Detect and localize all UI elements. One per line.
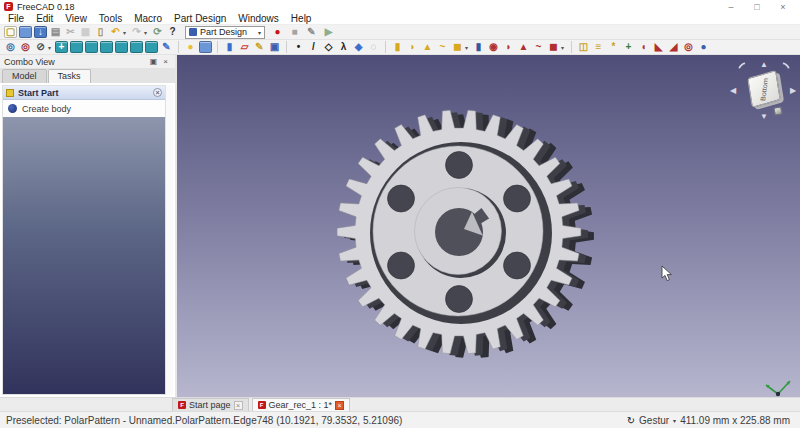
copy-icon[interactable]: ▦ bbox=[78, 26, 93, 39]
draw-style-icon[interactable]: ⊘ bbox=[33, 41, 48, 54]
view-front-icon[interactable] bbox=[70, 41, 83, 53]
create-sketch-icon[interactable]: ▱ bbox=[237, 41, 252, 54]
menu-tools[interactable]: Tools bbox=[93, 13, 128, 25]
subtractive-loft-icon[interactable]: ▲ bbox=[516, 41, 531, 54]
tab-model[interactable]: Model bbox=[2, 69, 47, 83]
groove-icon[interactable]: ◗ bbox=[501, 41, 516, 54]
redo-icon[interactable]: ↷ bbox=[129, 26, 144, 39]
create-part-icon[interactable]: ● bbox=[183, 41, 198, 54]
save-icon[interactable]: ↓ bbox=[34, 26, 47, 38]
view-bottom-icon[interactable] bbox=[130, 41, 143, 53]
toolbar-separator bbox=[385, 41, 386, 53]
3d-viewport[interactable]: ▲ ◀ ▶ ▼ Bottom bbox=[177, 55, 800, 397]
view-top-icon[interactable] bbox=[85, 41, 98, 53]
view-left-icon[interactable] bbox=[145, 41, 158, 53]
menu-part-design[interactable]: Part Design bbox=[168, 13, 232, 25]
edit-sketch-icon[interactable]: ✎ bbox=[252, 41, 267, 54]
menu-help[interactable]: Help bbox=[285, 13, 318, 25]
undo-icon[interactable]: ↶ bbox=[108, 26, 123, 39]
paste-icon[interactable]: ▯ bbox=[93, 26, 108, 39]
navigation-style-label[interactable]: Gestur bbox=[639, 415, 669, 426]
chamfer-icon[interactable]: ◣ bbox=[651, 41, 666, 54]
print-icon[interactable]: ▤ bbox=[48, 26, 63, 39]
document-tab-label: Gear_rec_1 : 1* bbox=[269, 400, 333, 410]
view-axonometric-icon[interactable]: + bbox=[55, 41, 68, 53]
pocket-icon[interactable]: ▮ bbox=[471, 41, 486, 54]
view-rear-icon[interactable] bbox=[115, 41, 128, 53]
macro-play-icon[interactable]: ▶ bbox=[321, 26, 336, 39]
fillet-icon[interactable]: ◖ bbox=[636, 41, 651, 54]
tab-tasks[interactable]: Tasks bbox=[48, 69, 91, 83]
document-tab-gear-rec-1-1-[interactable]: FGear_rec_1 : 1*× bbox=[252, 398, 351, 411]
nav-arrow-up-icon[interactable]: ▲ bbox=[760, 61, 768, 69]
create-group-icon[interactable] bbox=[199, 41, 212, 53]
additive-primitive-icon[interactable]: ◼ bbox=[450, 41, 465, 54]
thickness-icon[interactable]: ◎ bbox=[681, 41, 696, 54]
macro-edit-icon[interactable]: ✎ bbox=[304, 26, 319, 39]
pad-icon[interactable]: ▮ bbox=[390, 41, 405, 54]
datum-coordinate-system-icon[interactable]: λ bbox=[336, 41, 351, 54]
panel-scrollbar[interactable] bbox=[166, 85, 173, 395]
additive-loft-icon[interactable]: ▲ bbox=[420, 41, 435, 54]
subtractive-primitive-icon-dropdown[interactable]: ▾ bbox=[561, 44, 567, 51]
macro-record-icon[interactable]: ● bbox=[270, 26, 285, 39]
menu-edit[interactable]: Edit bbox=[30, 13, 59, 25]
close-button[interactable]: × bbox=[770, 2, 796, 12]
additive-pipe-icon[interactable]: ~ bbox=[435, 41, 450, 54]
menu-file[interactable]: File bbox=[2, 13, 30, 25]
hole-icon[interactable]: ◉ bbox=[486, 41, 501, 54]
title-bar: F FreeCAD 0.18 – □ × bbox=[0, 0, 800, 13]
nav-arrow-left-icon[interactable]: ◀ bbox=[730, 87, 736, 95]
close-task-icon[interactable]: × bbox=[153, 88, 162, 97]
nav-cube-face[interactable]: Bottom bbox=[747, 70, 781, 108]
nav-mini-cube-icon[interactable] bbox=[773, 106, 782, 115]
polar-pattern-icon[interactable]: * bbox=[606, 41, 621, 54]
datum-line-icon[interactable]: / bbox=[306, 41, 321, 54]
gear-model[interactable] bbox=[177, 55, 798, 397]
nav-rotate-ccw-icon[interactable] bbox=[736, 60, 752, 75]
revolution-icon[interactable]: ◗ bbox=[405, 41, 420, 54]
subtractive-pipe-icon[interactable]: ~ bbox=[531, 41, 546, 54]
task-section-start-part[interactable]: Start Part × bbox=[3, 86, 165, 100]
map-sketch-icon[interactable]: ▣ bbox=[267, 41, 282, 54]
task-item-create-body[interactable]: Create body bbox=[3, 100, 165, 117]
measure-distance-icon[interactable]: ✎ bbox=[159, 41, 174, 54]
mirrored-icon[interactable]: ◫ bbox=[576, 41, 591, 54]
minimize-button[interactable]: – bbox=[718, 2, 744, 12]
datum-point-icon[interactable]: • bbox=[291, 41, 306, 54]
shape-binder-icon[interactable]: ◈ bbox=[351, 41, 366, 54]
chevron-down-icon[interactable]: ▾ bbox=[673, 417, 676, 424]
multitransform-icon[interactable]: + bbox=[621, 41, 636, 54]
view-right-icon[interactable] bbox=[100, 41, 113, 53]
document-tab-start-page[interactable]: FStart page× bbox=[172, 398, 249, 411]
close-panel-icon[interactable]: × bbox=[160, 57, 171, 66]
menu-windows[interactable]: Windows bbox=[232, 13, 285, 25]
whats-this-icon[interactable]: ? bbox=[165, 26, 180, 39]
subtractive-primitive-icon[interactable]: ◼ bbox=[546, 41, 561, 54]
close-tab-icon[interactable]: × bbox=[335, 401, 344, 410]
float-panel-icon[interactable]: ▣ bbox=[147, 57, 161, 66]
draft-icon[interactable]: ◢ bbox=[666, 41, 681, 54]
menu-macro[interactable]: Macro bbox=[128, 13, 168, 25]
navigation-cube[interactable]: ▲ ◀ ▶ ▼ Bottom bbox=[730, 61, 800, 123]
new-file-icon[interactable]: ▢ bbox=[4, 26, 17, 38]
macro-stop-icon[interactable]: ■ bbox=[287, 26, 302, 39]
maximize-button[interactable]: □ bbox=[744, 2, 770, 12]
nav-arrow-down-icon[interactable]: ▼ bbox=[760, 113, 768, 121]
close-tab-icon[interactable]: × bbox=[234, 401, 243, 410]
linear-pattern-icon[interactable]: ≡ bbox=[591, 41, 606, 54]
zoom-icon[interactable]: ◎ bbox=[18, 41, 33, 54]
workbench-selector[interactable]: Part Design ▾ bbox=[185, 26, 265, 39]
open-file-icon[interactable] bbox=[19, 26, 32, 38]
boolean-icon[interactable]: ● bbox=[696, 41, 711, 54]
clone-icon[interactable]: ◌ bbox=[366, 41, 381, 54]
datum-plane-icon[interactable]: ◇ bbox=[321, 41, 336, 54]
fit-all-icon[interactable]: ◎ bbox=[3, 41, 18, 54]
refresh-icon[interactable]: ⟳ bbox=[150, 26, 165, 39]
menu-view[interactable]: View bbox=[59, 13, 93, 25]
nav-arrow-right-icon[interactable]: ▶ bbox=[790, 87, 796, 95]
draw-style-icon-dropdown[interactable]: ▾ bbox=[48, 44, 54, 51]
create-body-icon[interactable]: ▮ bbox=[222, 41, 237, 54]
cut-icon[interactable]: ✂ bbox=[63, 26, 78, 39]
nav-rotate-cw-icon[interactable] bbox=[776, 60, 792, 75]
